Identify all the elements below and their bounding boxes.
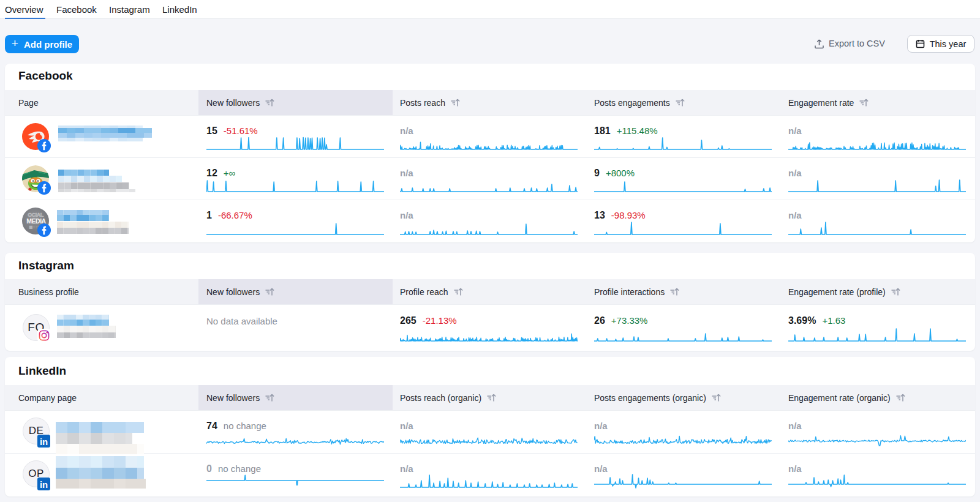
svg-text:OCIAL: OCIAL: [28, 212, 44, 218]
svg-text:in: in: [40, 437, 48, 447]
svg-text:in: in: [40, 480, 48, 490]
